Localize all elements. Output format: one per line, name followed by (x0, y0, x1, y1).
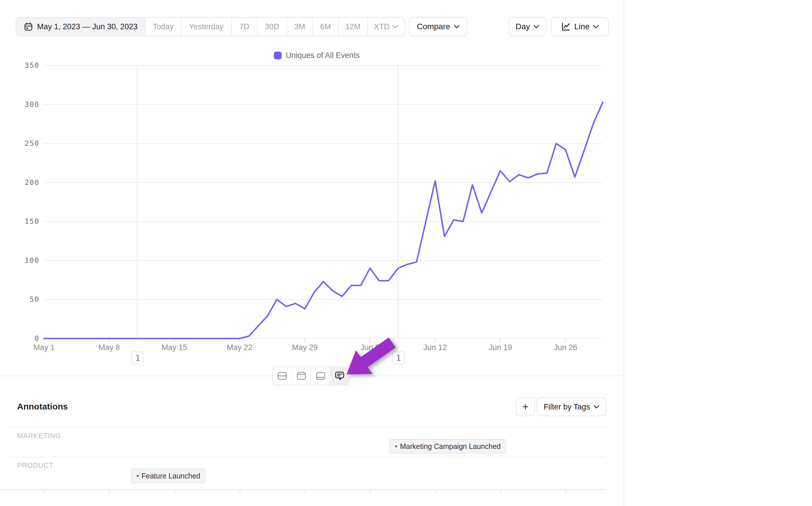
add-annotation-button[interactable]: + (516, 398, 535, 416)
pointer-arrow (333, 336, 415, 386)
preset-today[interactable]: Today (146, 18, 181, 36)
x-axis-tick-label: May 8 (89, 343, 129, 352)
preset-3m[interactable]: 3M (287, 18, 313, 36)
y-axis-tick-label: 150 (9, 217, 39, 226)
timeline-tick (174, 490, 175, 494)
chevron-down-icon (454, 25, 460, 28)
panel-top-button[interactable] (292, 367, 311, 385)
annotation-count-badge[interactable]: 1 (131, 351, 144, 364)
lane-label-product: PRODUCT (17, 461, 54, 470)
y-axis-tick-label: 350 (9, 61, 39, 70)
calendar-icon (24, 22, 33, 31)
y-axis-tick-label: 200 (9, 178, 39, 187)
preset-yesterday[interactable]: Yesterday (181, 18, 232, 36)
x-axis-tick-label: May 22 (219, 343, 260, 352)
split-rows-icon (277, 371, 287, 380)
x-axis-tick-label: May 15 (154, 343, 195, 352)
series-line[interactable] (44, 102, 603, 339)
compare-button[interactable]: Compare (409, 17, 467, 36)
annotations-panel-title: Annotations (17, 402, 68, 412)
timeline-tick (240, 490, 240, 494)
y-axis-tick-label: 0 (9, 334, 39, 343)
timeline-tick (109, 490, 110, 494)
split-rows-button[interactable] (273, 367, 292, 385)
chevron-down-icon (392, 25, 398, 28)
annotation-chip-feature-launched[interactable]: ● Feature Launched (131, 469, 205, 483)
panel-bottom-icon (315, 371, 326, 380)
legend-swatch (274, 52, 282, 60)
preset-30d[interactable]: 30D (258, 18, 287, 36)
lane-divider (10, 457, 606, 457)
date-range-control: May 1, 2023 — Jun 30, 2023 Today Yesterd… (16, 17, 405, 36)
app-root: May 1, 2023 — Jun 30, 2023 Today Yesterd… (0, 0, 812, 506)
preset-xtd[interactable]: XTD (368, 18, 404, 36)
y-axis-tick-label: 300 (9, 100, 39, 109)
x-axis-tick-label: Jun 12 (415, 343, 456, 352)
timeline-tick (44, 490, 44, 494)
x-axis-tick-label: May 29 (285, 343, 325, 352)
x-axis-tick-label: Jun 26 (545, 343, 586, 352)
preset-7d[interactable]: 7D (232, 18, 258, 36)
timeline-tick (305, 490, 305, 494)
timeline-tick (370, 490, 371, 494)
chevron-down-icon (594, 405, 599, 409)
annotation-dot-icon: ● (395, 443, 397, 449)
timeline-tick (435, 490, 436, 494)
x-axis-tick-label: Jun 19 (480, 343, 521, 352)
lane-divider (10, 427, 606, 427)
plus-icon: + (522, 401, 528, 413)
preset-12m[interactable]: 12M (339, 18, 368, 36)
y-axis-tick-label: 50 (9, 295, 39, 304)
lane-label-marketing: MARKETING (17, 432, 61, 440)
panel-bottom-button[interactable] (311, 367, 330, 385)
granularity-button[interactable]: Day (509, 17, 546, 36)
timeline-tick (565, 490, 566, 494)
query-sidebar: Query Chart Annotations (624, 0, 812, 506)
panel-top-icon (296, 371, 306, 380)
chevron-down-icon (593, 25, 599, 28)
y-axis-tick-label: 100 (9, 256, 39, 265)
chart-legend[interactable]: Uniques of All Events (274, 51, 360, 60)
date-range-label: May 1, 2023 — Jun 30, 2023 (37, 22, 138, 31)
annotation-dot-icon: ● (136, 473, 139, 479)
chevron-down-icon (534, 25, 539, 28)
timeline-tick (501, 490, 501, 494)
uniques-line-chart[interactable] (44, 66, 603, 344)
annotation-chip-marketing-campaign[interactable]: ● Marketing Campaign Launched (389, 439, 506, 453)
x-axis-tick-label: May 1 (24, 343, 64, 352)
line-chart-icon (561, 22, 571, 31)
annotations-timeline-axis (0, 489, 606, 490)
legend-label: Uniques of All Events (286, 51, 360, 60)
y-axis-tick-label: 250 (9, 139, 39, 148)
main-area: May 1, 2023 — Jun 30, 2023 Today Yesterd… (0, 0, 624, 506)
date-range-button[interactable]: May 1, 2023 — Jun 30, 2023 (16, 18, 146, 36)
filter-by-tags-button[interactable]: Filter by Tags (537, 398, 606, 416)
preset-6m[interactable]: 6M (313, 18, 339, 36)
chart-type-button[interactable]: Line (551, 17, 609, 36)
